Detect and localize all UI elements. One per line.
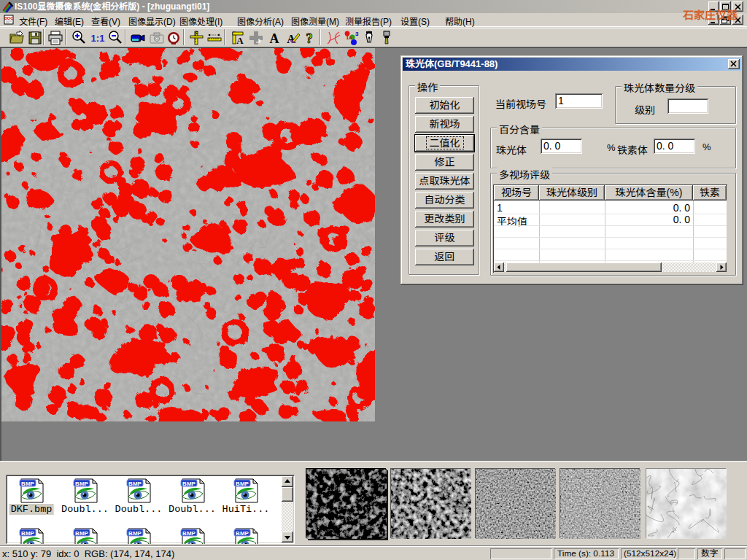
svg-text:BMP: BMP (75, 530, 88, 537)
svg-text:BMP: BMP (21, 481, 34, 487)
svg-text:BMP: BMP (236, 530, 249, 537)
svg-text:BMP: BMP (21, 530, 34, 537)
svg-text:1a: 1a (346, 34, 352, 41)
svg-text:A: A (270, 31, 279, 46)
svg-text:BMP: BMP (182, 481, 196, 487)
svg-text:BMP: BMP (75, 481, 88, 487)
svg-text:BMP: BMP (182, 530, 196, 537)
svg-text:DOC: DOC (4, 16, 13, 20)
svg-text:BMP: BMP (128, 481, 142, 487)
svg-text:1:1: 1:1 (91, 33, 105, 44)
svg-text:A: A (236, 35, 244, 46)
svg-text:?: ? (306, 31, 313, 46)
svg-text:BMP: BMP (128, 530, 142, 537)
svg-text:BMP: BMP (236, 481, 249, 487)
svg-text:3: 3 (355, 31, 359, 37)
